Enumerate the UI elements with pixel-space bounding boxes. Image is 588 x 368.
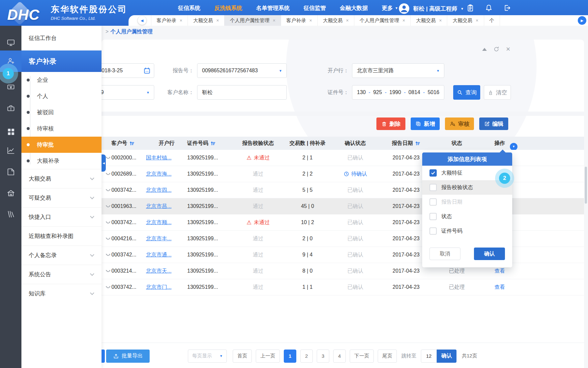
- row-expand-icon[interactable]: [106, 189, 110, 191]
- tab-item[interactable]: 大额交易 ×: [447, 15, 484, 26]
- row-expand-icon[interactable]: [106, 254, 110, 256]
- row-expand-icon[interactable]: [106, 173, 110, 175]
- tab-item[interactable]: 大额交易 ×: [318, 15, 354, 26]
- tab-scroll-right-icon[interactable]: ▶: [578, 16, 586, 25]
- jump-confirm-button[interactable]: 确认: [437, 350, 456, 363]
- clear-button[interactable]: 清空: [484, 85, 511, 100]
- row-expand-icon[interactable]: [106, 238, 110, 240]
- checkbox[interactable]: [429, 198, 437, 206]
- bank-link[interactable]: 国丰村镇...: [146, 154, 171, 161]
- clipboard-icon[interactable]: [466, 4, 474, 12]
- grid-icon[interactable]: [7, 127, 15, 136]
- last-page-button[interactable]: 尾页: [378, 350, 397, 363]
- account-select[interactable]: 5609 ▼: [102, 85, 154, 100]
- row-expand-icon[interactable]: [106, 205, 110, 207]
- sort-icon[interactable]: [130, 141, 134, 146]
- sidebar-sub-item[interactable]: 企业: [21, 72, 102, 88]
- cancel-button[interactable]: 取消: [429, 248, 460, 260]
- nav-item[interactable]: 反洗钱系统 ▼: [214, 4, 242, 12]
- sidebar-sub-item[interactable]: 个人: [21, 88, 102, 104]
- customer-add-icon[interactable]: [7, 57, 15, 65]
- nav-item[interactable]: 征信监管 ▼: [304, 4, 326, 12]
- row-expand-icon[interactable]: [106, 157, 110, 159]
- page-number-button[interactable]: 2: [300, 350, 313, 363]
- customer-name-field[interactable]: [197, 85, 287, 100]
- nav-item[interactable]: 征信系统 ▼: [178, 4, 200, 12]
- bank-link[interactable]: 北京市丰...: [146, 235, 171, 242]
- refresh-icon[interactable]: [493, 46, 499, 52]
- bank-link[interactable]: 北京市四...: [146, 187, 171, 194]
- tab-close-icon[interactable]: ×: [346, 18, 349, 23]
- checkbox[interactable]: [429, 169, 437, 177]
- page-size-select[interactable]: 每页显示 ▼: [188, 350, 227, 363]
- tab-scroll-left-icon[interactable]: ◀: [138, 16, 146, 25]
- col-check-status[interactable]: 报告校验状态: [233, 140, 283, 147]
- tab-item[interactable]: 个人用户属性管理 ×: [354, 15, 411, 26]
- sort-icon[interactable]: [211, 141, 216, 146]
- col-customer-no[interactable]: 客户号: [111, 140, 146, 147]
- view-link[interactable]: 查看: [494, 268, 505, 275]
- tab-close-icon[interactable]: ×: [309, 18, 312, 23]
- cash-icon[interactable]: [7, 83, 15, 91]
- tab-close-icon[interactable]: ×: [476, 18, 478, 23]
- tab-item[interactable]: 客户补录 ×: [281, 15, 318, 26]
- tab-close-icon[interactable]: ×: [273, 18, 275, 23]
- bank-link[interactable]: 北京市海...: [146, 171, 171, 178]
- briefcase-alert-icon[interactable]: [7, 104, 15, 113]
- audit-button[interactable]: 审核: [445, 117, 474, 130]
- col-cert-no[interactable]: 证件号码: [187, 140, 233, 147]
- sidebar-group-item[interactable]: 知识库: [21, 284, 102, 303]
- calendar-icon[interactable]: [143, 67, 151, 74]
- nav-item[interactable]: 更多 ▼: [382, 4, 398, 12]
- table-row[interactable]: 0003742... 北京市门... 130925199... ⚠ 通过 1 |…: [102, 279, 584, 295]
- tab-item[interactable]: 客户补录 ×: [151, 15, 188, 26]
- confirm-button[interactable]: 确认: [474, 248, 505, 260]
- date-to-field[interactable]: 至 2018-3-25: [102, 63, 154, 78]
- row-expand-icon[interactable]: [106, 270, 110, 272]
- col-action[interactable]: 操作 ▼: [480, 140, 519, 147]
- logout-icon[interactable]: [503, 4, 511, 12]
- scrollbar-thumb[interactable]: [585, 167, 587, 204]
- tab-item[interactable]: 个人用户属性管理 ×: [224, 15, 281, 26]
- prev-page-button[interactable]: 上一页: [256, 350, 280, 363]
- tab-close-icon[interactable]: ×: [180, 18, 182, 23]
- sidebar-group-item[interactable]: 快捷入口: [21, 207, 102, 226]
- tab-item[interactable]: 大额交易 ×: [411, 15, 447, 26]
- report-no-select[interactable]: 0098652616772567483 ▼: [197, 63, 287, 78]
- delete-button[interactable]: 删除: [376, 117, 405, 130]
- sidebar-group-item[interactable]: 大额交易: [21, 169, 102, 188]
- col-bank[interactable]: 开户行: [146, 140, 187, 147]
- tab-close-icon[interactable]: ×: [439, 18, 442, 23]
- close-icon[interactable]: ×: [506, 47, 510, 52]
- column-option[interactable]: 报告校验状态: [422, 180, 512, 195]
- add-button[interactable]: 新增: [411, 117, 440, 130]
- breadcrumb-label[interactable]: 个人用户属性管理: [110, 29, 153, 34]
- sidebar-sub-item[interactable]: 待审批: [21, 137, 102, 153]
- col-report-date[interactable]: 报告日期: [378, 140, 434, 147]
- column-option[interactable]: 报告日期: [422, 195, 512, 209]
- bank-link[interactable]: 北京市顺...: [146, 219, 171, 226]
- tab-close-icon[interactable]: ×: [402, 18, 405, 23]
- bank-select[interactable]: 北京市三里河路 ▼: [352, 63, 444, 78]
- tab-item[interactable]: 个 ×: [484, 15, 500, 26]
- next-page-button[interactable]: 下一页: [350, 350, 374, 363]
- search-button[interactable]: 查询: [453, 85, 480, 100]
- column-option[interactable]: 证件号码: [422, 224, 512, 238]
- cert-no-field[interactable]: 130 - 925 - 1990 - 0814 - 5016: [352, 85, 444, 100]
- jump-page-input[interactable]: [421, 350, 437, 363]
- sidebar-group-customer-supplement[interactable]: 客户补录: [21, 50, 102, 72]
- sidebar-item-workbench[interactable]: 征信工作台: [21, 26, 102, 50]
- nav-item[interactable]: 金融大数据 ▼: [340, 4, 368, 12]
- archive-icon[interactable]: [7, 168, 15, 176]
- sidebar-group-item[interactable]: 近期核查和补录图: [21, 226, 102, 246]
- sidebar-group-item[interactable]: 系统公告: [21, 265, 102, 284]
- edit-button[interactable]: 编辑: [479, 117, 508, 130]
- first-page-button[interactable]: 首页: [233, 350, 252, 363]
- column-option[interactable]: 状态: [422, 209, 512, 224]
- col-confirm-status[interactable]: 确认状态: [332, 140, 378, 147]
- books-icon[interactable]: [7, 210, 15, 218]
- page-number-button[interactable]: 3: [317, 350, 329, 363]
- sidebar-sub-item[interactable]: 待审核: [21, 120, 102, 137]
- sidebar-group-item[interactable]: 个人备忘录: [21, 246, 102, 265]
- col-status[interactable]: 状态: [434, 140, 480, 147]
